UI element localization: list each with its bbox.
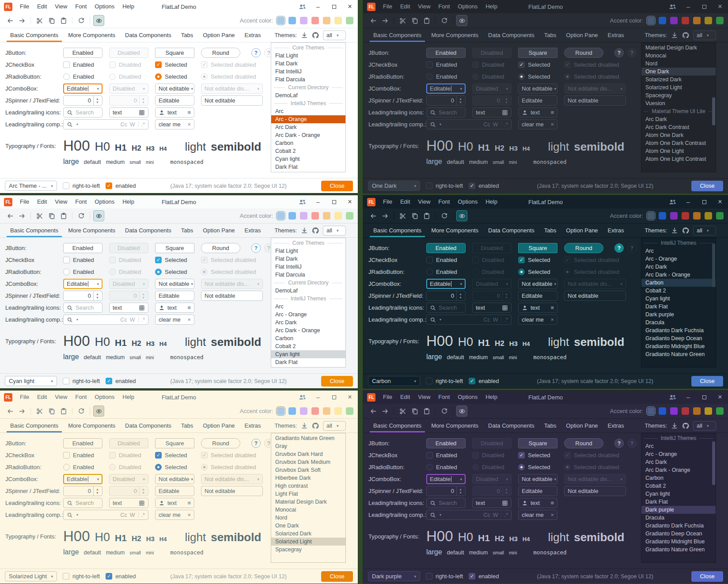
accent-swatch[interactable] (659, 212, 666, 220)
enabled-checkbox[interactable]: ✓enabled (106, 573, 136, 580)
users-icon[interactable] (294, 195, 310, 209)
search-options-input[interactable]: ▾ Cc W .* (426, 119, 512, 129)
themes-filter-dropdown[interactable]: all▾ (323, 30, 346, 40)
theme-list-item[interactable]: Core Themes (271, 239, 345, 247)
theme-list-item[interactable]: Dark Flat (271, 358, 345, 366)
menu-item[interactable]: File (379, 391, 396, 404)
combobox-editable[interactable]: Editable▾ (426, 83, 466, 94)
text-input-calendar[interactable]: text (472, 498, 512, 508)
text-input-user[interactable]: text≡ (518, 303, 557, 313)
theme-list-item[interactable]: Arc Dark - Orange (641, 271, 716, 279)
theme-list-item[interactable]: Carbon (641, 474, 716, 482)
close-window-button[interactable]: × (712, 195, 728, 209)
regex-toggle[interactable]: .* (141, 317, 145, 323)
theme-list-item[interactable]: Cobalt 2 (271, 342, 345, 350)
chevron-down-icon[interactable]: ▾ (458, 87, 462, 91)
theme-list-item[interactable]: Arc Dark - Orange (271, 131, 345, 139)
forward-icon[interactable] (16, 406, 27, 417)
tab[interactable]: Option Pane (561, 224, 603, 237)
tab[interactable]: Extras (603, 28, 629, 42)
combobox-not-editable[interactable]: Not editable▾ (155, 279, 194, 289)
textfield-editable[interactable]: Editable (155, 291, 194, 301)
grid-icon[interactable] (139, 110, 145, 116)
spinner[interactable]: 0▲▼ (63, 486, 102, 496)
square-button[interactable]: Square (155, 48, 194, 58)
tab[interactable]: Data Components (483, 224, 539, 237)
accent-swatch[interactable] (705, 407, 712, 415)
square-button[interactable]: Square (518, 243, 557, 253)
download-icon[interactable] (671, 227, 678, 234)
back-icon[interactable] (4, 406, 15, 417)
menu-item[interactable]: Help (118, 391, 138, 404)
tab[interactable]: Basic Components (5, 224, 63, 237)
whole-words-toggle[interactable]: W (493, 317, 498, 323)
theme-list-item[interactable]: IntelliJ Themes (271, 295, 345, 303)
accent-swatch[interactable] (300, 212, 307, 220)
search-options-input[interactable]: ▾ Cc W .* (63, 119, 148, 129)
theme-list-item[interactable]: Gradianto Nature Green (641, 350, 716, 358)
right-to-left-checkbox[interactable]: right-to-left (63, 182, 100, 189)
chevron-down-icon[interactable]: ▾ (552, 477, 556, 482)
radio-enabled[interactable]: Enabled (426, 73, 457, 80)
text-input-user[interactable]: text≡ (155, 303, 194, 313)
accent-swatch[interactable] (334, 17, 342, 24)
clear-icon[interactable]: × (550, 316, 554, 323)
menu-item[interactable]: Font (71, 391, 91, 404)
menu-item[interactable]: View (51, 195, 71, 209)
theme-list-item[interactable]: Gradianto Deep Ocean (641, 334, 716, 342)
square-button[interactable]: Square (155, 438, 194, 448)
download-icon[interactable] (301, 32, 308, 39)
menu-item[interactable]: Options (91, 391, 118, 404)
users-icon[interactable] (664, 0, 680, 13)
theme-list-item[interactable]: Cyan light (271, 155, 345, 163)
copy-icon[interactable] (46, 210, 57, 221)
help-button[interactable]: ? (251, 48, 261, 57)
theme-list-item[interactable]: Dracula (641, 514, 716, 522)
theme-selector-dropdown[interactable]: Carbon▾ (368, 376, 420, 386)
download-icon[interactable] (301, 422, 308, 429)
spinner[interactable]: 0▲▼ (426, 95, 466, 106)
radio-enabled[interactable]: Enabled (426, 464, 457, 470)
radio-selected[interactable]: Selected (518, 73, 550, 80)
theme-list-item[interactable]: Gradianto Deep Ocean (641, 530, 716, 538)
spinner[interactable]: 0▲▼ (426, 486, 466, 496)
theme-list-item[interactable]: Carbon (641, 279, 716, 287)
theme-list-item[interactable]: Solarized Light (271, 538, 345, 546)
theme-list-item[interactable]: Flat Light (271, 52, 345, 60)
download-icon[interactable] (671, 32, 678, 39)
textfield-editable[interactable]: Editable (518, 291, 557, 301)
theme-list-item[interactable]: Arc Dark (641, 263, 716, 271)
search-options-input[interactable]: ▾ Cc W .* (63, 315, 148, 325)
minimize-button[interactable]: – (310, 0, 326, 13)
theme-list-item[interactable]: Atom One Light (641, 147, 716, 155)
spinner[interactable]: 0▲▼ (63, 291, 102, 301)
text-input-user[interactable]: text≡ (518, 498, 557, 508)
list-icon[interactable]: ≡ (187, 500, 191, 506)
spinner[interactable]: 0▲▼ (426, 291, 466, 301)
list-icon[interactable]: ≡ (187, 304, 191, 311)
theme-list-item[interactable]: DemoLaf (271, 91, 345, 99)
tab[interactable]: More Components (426, 28, 483, 42)
grid-icon[interactable] (502, 500, 508, 506)
accent-swatch[interactable] (277, 407, 284, 415)
close-window-button[interactable]: × (712, 0, 728, 13)
menu-item[interactable]: Font (434, 195, 454, 209)
list-icon[interactable]: ≡ (550, 109, 554, 116)
right-to-left-checkbox[interactable]: right-to-left (426, 378, 463, 384)
theme-list-item[interactable]: Arc Dark (641, 458, 716, 466)
grid-icon[interactable] (502, 305, 508, 311)
text-input-calendar[interactable]: text (472, 303, 512, 313)
theme-list-item[interactable]: Arc (271, 303, 345, 311)
spinner-arrows-icon[interactable]: ▲▼ (93, 96, 99, 105)
regex-toggle[interactable]: .* (504, 512, 508, 518)
menu-item[interactable]: Font (71, 195, 91, 209)
theme-list-item[interactable]: Flat Dark (271, 60, 345, 68)
combobox-editable[interactable]: Editable▾ (426, 474, 466, 484)
cut-icon[interactable] (34, 210, 45, 221)
copy-icon[interactable] (409, 406, 420, 417)
radio-enabled[interactable]: Enabled (426, 269, 457, 275)
search-options-input[interactable]: ▾ Cc W .* (426, 315, 512, 325)
theme-list-item[interactable]: One Dark (641, 68, 716, 76)
maximize-button[interactable] (696, 0, 712, 13)
theme-list-item[interactable]: Gruvbox Dark Soft (271, 466, 345, 474)
